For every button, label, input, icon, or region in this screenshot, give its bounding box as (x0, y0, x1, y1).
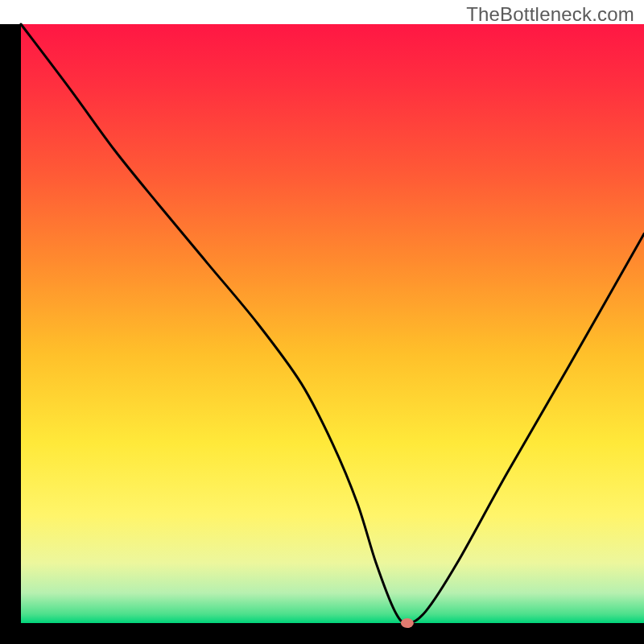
bottleneck-chart (0, 0, 644, 644)
watermark-text: TheBottleneck.com (466, 3, 634, 26)
gradient-background (21, 24, 644, 623)
y-axis (0, 24, 21, 644)
optimal-point-marker (401, 618, 414, 628)
x-axis (0, 623, 644, 644)
chart-container: TheBottleneck.com (0, 0, 644, 644)
